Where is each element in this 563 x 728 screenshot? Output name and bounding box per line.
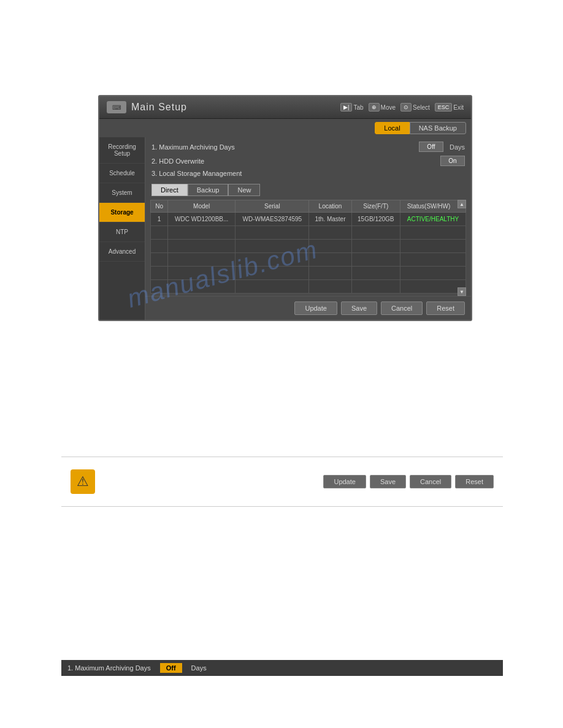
tab-local[interactable]: Local [375,122,409,134]
sub-tab-direct[interactable]: Direct [151,184,188,196]
setting-row-1: 2. HDD Overwrite On [151,154,465,168]
warning-icon: ⚠ [71,469,95,494]
sidebar-item-recording-setup[interactable]: Recording Setup [99,137,145,164]
bottom-strip-value: Off [160,663,182,673]
table-row: 1 WDC WD1200BB... WD-WMAES2874595 1th. M… [151,213,466,226]
save-button-2[interactable]: Save [370,475,406,488]
window-title: Main Setup [131,102,187,113]
cancel-button-2[interactable]: Cancel [410,475,451,488]
cell-location: 1th. Master [309,213,351,226]
cancel-button[interactable]: Cancel [381,301,423,315]
reset-button-2[interactable]: Reset [455,475,494,488]
sidebar-item-system[interactable]: System [99,183,145,203]
content-area: Recording Setup Schedule System Storage … [99,137,471,320]
cell-no: 1 [151,213,168,226]
sidebar-item-advanced[interactable]: Advanced [99,242,145,262]
cell-model: WDC WD1200BB... [168,213,236,226]
setting-row-2: 3. Local Storage Management [151,168,465,179]
setting-row-0: 1. Maximum Archiving Days Off Days [151,140,465,154]
reset-button[interactable]: Reset [426,301,465,315]
exit-hint: ESC Exit [435,103,464,112]
sidebar-item-storage[interactable]: Storage [99,203,145,222]
sidebar-item-ntp[interactable]: NTP [99,222,145,242]
sidebar-item-schedule[interactable]: Schedule [99,164,145,183]
storage-table: No Model Serial Location Size(F/T) Statu… [150,200,466,294]
update-button-2[interactable]: Update [323,475,366,488]
table-row [151,226,466,240]
col-location: Location [309,200,351,213]
save-button[interactable]: Save [341,301,377,315]
select-hint: ⊙ Select [400,103,430,112]
nav-hints: ▶| Tab ⊕ Move ⊙ Select ESC Exit [340,103,464,112]
main-setup-panel: ⌨ Main Setup ▶| Tab ⊕ Move ⊙ Select ESC … [98,95,472,321]
col-no: No [151,200,168,213]
sub-tab-backup[interactable]: Backup [188,184,229,196]
table-row [151,280,466,294]
col-serial: Serial [236,200,309,213]
col-status: Status(SW/HW) [400,200,466,213]
table-row [151,240,466,253]
table-container: No Model Serial Location Size(F/T) Statu… [145,200,471,296]
scroll-up-arrow[interactable]: ▲ [458,200,466,208]
bottom-strip-label: 1. Maximum Archiving Days [67,664,151,672]
title-bar: ⌨ Main Setup ▶| Tab ⊕ Move ⊙ Select ESC … [99,96,471,119]
cell-serial: WD-WMAES2874595 [236,213,309,226]
col-model: Model [168,200,236,213]
sub-tab-new[interactable]: New [228,184,260,196]
tab-hint: ▶| Tab [340,103,363,112]
main-content: 1. Maximum Archiving Days Off Days 2. HD… [145,137,471,320]
max-archiving-value[interactable]: Off [419,142,443,152]
cell-status: ACTIVE/HEALTHY [400,213,466,226]
col-size: Size(F/T) [351,200,400,213]
bottom-strip: 1. Maximum Archiving Days Off Days [61,660,503,676]
table-row [151,267,466,280]
title-left: ⌨ Main Setup [107,101,187,113]
sub-tabs: Direct Backup New [145,181,471,196]
bottom-buttons: Update Save Cancel Reset [145,296,471,320]
hdd-overwrite-value[interactable]: On [440,156,465,166]
table-row [151,253,466,267]
keyboard-icon: ⌨ [107,101,126,113]
tab-nas-backup[interactable]: NAS Backup [410,122,466,134]
bottom-strip-unit: Days [191,664,207,672]
sidebar: Recording Setup Schedule System Storage … [99,137,145,320]
scroll-down-arrow[interactable]: ▼ [458,287,466,296]
settings-section: 1. Maximum Archiving Days Off Days 2. HD… [145,137,471,181]
update-button[interactable]: Update [294,301,337,315]
cell-size: 15GB/120GB [351,213,400,226]
warning-buttons: Update Save Cancel Reset [323,475,494,488]
move-hint: ⊕ Move [369,103,396,112]
warning-section: ⚠ Update Save Cancel Reset [61,457,503,507]
